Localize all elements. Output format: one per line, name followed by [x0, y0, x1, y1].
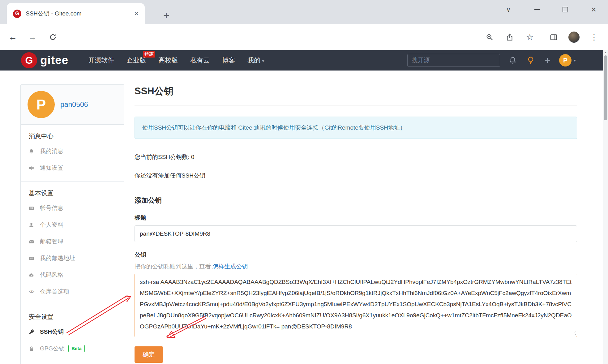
navbar-item-opensource[interactable]: 开源软件: [88, 56, 114, 65]
browser-tab-active[interactable]: G SSH公钥 - Gitee.com ×: [7, 3, 145, 24]
scrollbar-up-icon[interactable]: ▲: [603, 51, 608, 54]
navbar-item-blog[interactable]: 博客: [222, 56, 235, 65]
navbar-item-enterprise[interactable]: 企业版 特惠: [126, 56, 146, 65]
page-scrollbar[interactable]: ▲: [603, 50, 608, 364]
scrollbar-thumb[interactable]: [604, 55, 607, 120]
window-close-button[interactable]: ×: [585, 0, 602, 19]
user-avatar[interactable]: P: [559, 54, 572, 66]
profile-sidebar: P pan0506 消息中心 我的消息 通知设置 基本设置 帐号信息: [20, 84, 124, 364]
bell-icon: [509, 56, 517, 64]
sidebar-item-gpg-keys[interactable]: GPG公钥 Beta: [21, 340, 124, 357]
gauge-icon: [29, 272, 37, 278]
sidebar-item-label: 帐号信息: [40, 204, 63, 212]
sidebar-item-code-style[interactable]: 代码风格: [21, 267, 124, 283]
navbar-search-input[interactable]: [407, 54, 500, 67]
new-tab-button[interactable]: +: [163, 10, 169, 20]
navbar-item-label: 博客: [222, 57, 235, 64]
sidebar-item-label: GPG公钥: [40, 345, 65, 353]
browser-toolbar: ← → gitee.com/profile/sshkeys ☆: [0, 24, 608, 50]
public-key-textarea[interactable]: ssh-rsa AAAAB3NzaC1yc2EAAAADAQABAAABgQDZ…: [135, 274, 577, 337]
resize-handle[interactable]: [572, 331, 576, 336]
tab-close-icon[interactable]: ×: [132, 9, 140, 18]
gitee-navbar: G gitee 开源软件 企业版 特惠 高校版 私有云 博客 我的▾ + P ▾: [0, 50, 603, 71]
avatar-caret-icon[interactable]: ▾: [574, 58, 576, 63]
username-link[interactable]: pan0506: [60, 101, 88, 109]
navbar-item-label: 开源软件: [88, 57, 114, 64]
gitee-logo-text: gitee: [40, 54, 68, 67]
code-icon: </>: [29, 289, 37, 294]
navbar-item-label: 企业版: [126, 57, 146, 64]
gitee-logo-icon: G: [21, 52, 37, 68]
title-label: 标题: [135, 214, 577, 222]
public-key-field-wrap: ssh-rsa AAAAB3NzaC1yc2EAAAADAQABAAABgQDZ…: [135, 274, 577, 337]
empty-hint: 你还没有添加任何SSH公钥: [135, 172, 577, 180]
info-banner: 使用SSH公钥可以让你在你的电脑和 Gitee 通讯的时候使用安全连接（Git的…: [135, 117, 577, 139]
speaker-icon: [29, 165, 37, 171]
envelope-icon: [29, 239, 37, 244]
zoom-button[interactable]: [483, 24, 496, 50]
navbar-item-mine[interactable]: 我的▾: [247, 56, 264, 65]
sidebar-item-label: 邮箱管理: [40, 238, 63, 246]
create-new-button[interactable]: +: [545, 55, 550, 65]
navbar-item-label: 我的: [247, 57, 260, 64]
tab-search-chevron-icon[interactable]: ∨: [500, 0, 517, 19]
side-panel-button[interactable]: [547, 24, 560, 50]
navbar-menu: 开源软件 企业版 特惠 高校版 私有云 博客 我的▾: [88, 56, 264, 65]
chevron-down-icon: ▾: [262, 58, 264, 63]
section-title-messages: 消息中心: [21, 125, 124, 143]
favicon-letter: G: [15, 11, 19, 17]
sidebar-item-repo-preferences[interactable]: </> 仓库首选项: [21, 283, 124, 300]
window-minimize-button[interactable]: [528, 0, 546, 19]
sidebar-item-notification-settings[interactable]: 通知设置: [21, 160, 124, 176]
back-button[interactable]: ←: [6, 24, 20, 50]
sidebar-item-ssh-keys[interactable]: SSH公钥: [21, 323, 124, 340]
section-title-basic-settings: 基本设置: [21, 182, 124, 200]
browser-menu-button[interactable]: ⋮: [587, 24, 601, 50]
sidebar-item-email-management[interactable]: 邮箱管理: [21, 233, 124, 250]
browser-window: { "browser": { "tab_title": "SSH公钥 - Git…: [0, 0, 608, 364]
key-count-line: 您当前的SSH公钥数: 0: [135, 153, 577, 161]
sidebar-item-profile[interactable]: 个人资料: [21, 216, 124, 233]
key-count-value: 0: [191, 154, 195, 160]
paste-hint-text: 把你的公钥粘贴到这里，查看: [135, 263, 212, 270]
browser-profile-avatar[interactable]: [567, 24, 581, 50]
tips-button[interactable]: [527, 56, 535, 64]
avatar-initial: P: [563, 57, 567, 64]
navbar-item-label: 私有云: [190, 57, 210, 64]
reload-icon: [49, 33, 57, 41]
forward-button[interactable]: →: [25, 24, 40, 50]
window-maximize-button[interactable]: [557, 0, 574, 19]
share-button[interactable]: [503, 24, 516, 50]
paste-hint-line: 把你的公钥粘贴到这里，查看 怎样生成公钥: [135, 263, 577, 271]
user-card: P pan0506: [21, 85, 124, 125]
share-icon: [506, 33, 513, 41]
how-to-generate-link[interactable]: 怎样生成公钥: [212, 263, 248, 270]
sidebar-item-account-info[interactable]: 帐号信息: [21, 200, 124, 216]
sidebar-item-my-messages[interactable]: 我的消息: [21, 143, 124, 160]
gitee-logo[interactable]: G gitee: [21, 52, 68, 68]
gitee-logo-letter: G: [25, 55, 33, 66]
user-icon: [29, 222, 37, 228]
key-title-input[interactable]: [135, 225, 577, 242]
avatar[interactable]: P: [28, 91, 55, 118]
tab-title: SSH公钥 - Gitee.com: [26, 10, 132, 18]
sidebar-item-label: 我的邮递地址: [40, 254, 75, 262]
zoom-out-icon: [486, 33, 493, 41]
sidebar-item-label: 个人资料: [40, 221, 63, 229]
browser-tab-strip: G SSH公钥 - Gitee.com × + ∨ ×: [0, 0, 608, 24]
gitee-favicon-icon: G: [13, 10, 21, 18]
sidebar-item-label: SSH公钥: [40, 328, 64, 336]
navbar-item-private-cloud[interactable]: 私有云: [190, 56, 210, 65]
lightbulb-icon: [527, 56, 535, 64]
sidebar-item-mailing-address[interactable]: 我的邮递地址: [21, 250, 124, 267]
beta-badge: Beta: [68, 345, 85, 352]
navbar-item-education[interactable]: 高校版: [158, 56, 178, 65]
page-content: P pan0506 消息中心 我的消息 通知设置 基本设置 帐号信息: [0, 71, 603, 364]
reload-button[interactable]: [46, 24, 60, 50]
confirm-button[interactable]: 确定: [135, 346, 163, 363]
sidebar-item-label: 仓库首选项: [40, 288, 69, 296]
sidebar-item-label: 通知设置: [40, 164, 63, 172]
notifications-button[interactable]: [509, 56, 517, 64]
bookmark-star-button[interactable]: ☆: [523, 24, 537, 50]
main-content: SSH公钥 使用SSH公钥可以让你在你的电脑和 Gitee 通讯的时候使用安全连…: [135, 71, 577, 363]
